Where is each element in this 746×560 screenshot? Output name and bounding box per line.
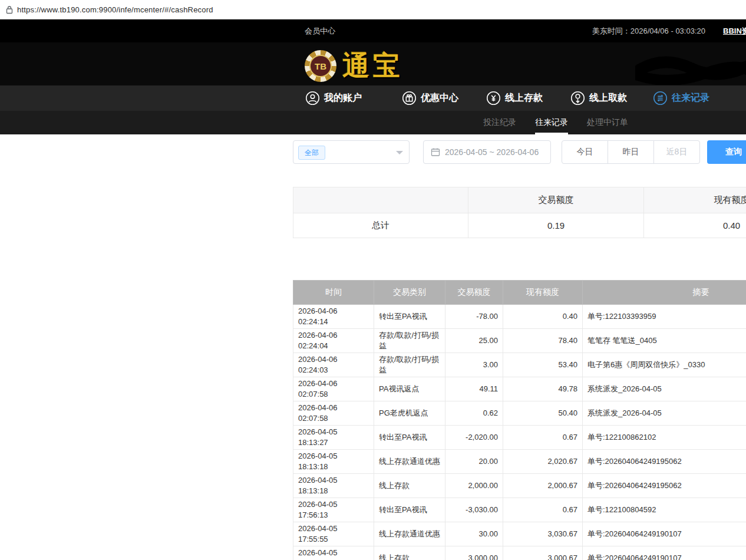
- table-row: 2026-04-06 02:24:03存款/取款/打码/损益3.0053.40电…: [293, 353, 746, 377]
- date-range-input[interactable]: 2026-04-05 ~ 2026-04-06: [423, 140, 551, 164]
- tab-cash-records[interactable]: 往来记录: [535, 111, 568, 134]
- cell-type: 存款/取款/打码/损益: [374, 329, 445, 353]
- cell-amount: 3,000.00: [445, 546, 503, 560]
- cell-balance: 3,000.67: [503, 546, 583, 560]
- cell-time: 2026-04-06 02:07:58: [293, 401, 374, 426]
- cell-time: 2026-04-06 02:07:58: [293, 377, 374, 401]
- summary-header-row: 交易额度 现有额度: [293, 187, 746, 213]
- cell-amount: -3,030.00: [445, 498, 503, 522]
- table-row: 2026-04-05 17:55:55线上存款通道优惠30.003,030.67…: [293, 522, 746, 546]
- today-button[interactable]: 今日: [562, 140, 608, 164]
- header-balance: 现有额度: [503, 281, 583, 305]
- header-type: 交易类别: [374, 281, 445, 305]
- eastern-time-label: 美东时间：2026/04/06 - 03:03:20: [592, 19, 705, 42]
- summary-total-row: 总计 0.19 0.40: [293, 213, 746, 238]
- cell-time: 2026-04-06 02:24:03: [293, 353, 374, 377]
- topbar: 会员中心 美东时间：2026/04/06 - 03:03:20 BBIN资: [0, 19, 746, 42]
- chevron-down-icon: [396, 151, 403, 158]
- cell-time: 2026-04-05 17:56:13: [293, 498, 374, 522]
- cell-summary: 单号:122103393959: [583, 305, 746, 329]
- nav-label: 线上存款: [505, 92, 543, 104]
- nav-item-cash-record[interactable]: 往来记录: [653, 85, 709, 111]
- cell-summary: 单号:202604064249195062: [583, 474, 746, 498]
- filter-row: 全部 2026-04-05 ~ 2026-04-06 今日 昨日 近8日 查询: [293, 140, 746, 164]
- cell-time: 2026-04-05 17:55:55: [293, 546, 374, 560]
- record-icon: [653, 91, 668, 106]
- cell-time: 2026-04-06 02:24:14: [293, 305, 374, 329]
- table-row: 2026-04-06 02:07:58PG老虎机返点0.6250.40系统派发_…: [293, 401, 746, 426]
- redaction-scribble: [635, 54, 746, 85]
- cell-type: 线上存款通道优惠: [374, 522, 445, 546]
- cell-amount: 30.00: [445, 522, 503, 546]
- cell-amount: 3.00: [445, 353, 503, 377]
- cell-type: 转出至PA视讯: [374, 426, 445, 450]
- browser-address-bar[interactable]: https://www.tb190.com:9900/infe/mcenter/…: [0, 0, 746, 19]
- lock-icon: [6, 5, 13, 14]
- nav-label: 我的账户: [324, 92, 362, 104]
- bbin-link[interactable]: BBIN资: [723, 19, 746, 42]
- nav-label: 优惠中心: [421, 92, 458, 104]
- cell-time: 2026-04-05 18:13:27: [293, 426, 374, 450]
- cell-balance: 49.78: [503, 377, 583, 401]
- nav-label: 往来记录: [672, 92, 709, 104]
- cell-amount: 0.62: [445, 401, 503, 426]
- selected-type-tag: 全部: [298, 146, 325, 160]
- cell-type: PA视讯返点: [374, 377, 445, 401]
- brand-logo[interactable]: TB 通宝: [305, 48, 404, 84]
- cell-balance: 2,000.67: [503, 474, 583, 498]
- member-center-link[interactable]: 会员中心: [305, 19, 335, 42]
- cell-summary: 单号:202604064249195062: [583, 450, 746, 474]
- cell-type: 线上存款: [374, 546, 445, 560]
- cell-type: 线上存款: [374, 474, 445, 498]
- cell-summary: 单号:202604064249190107: [583, 522, 746, 546]
- summary-table: 交易额度 现有额度 总计 0.19 0.40: [293, 187, 746, 238]
- date-range-value: 2026-04-05 ~ 2026-04-06: [445, 147, 539, 157]
- nav-item-online-withdrawal[interactable]: 线上取款: [570, 85, 627, 111]
- summary-total-label: 总计: [293, 213, 468, 238]
- last-8-days-button[interactable]: 近8日: [653, 140, 700, 164]
- tab-betting-records[interactable]: 投注纪录: [483, 111, 516, 134]
- table-row: 2026-04-05 18:13:18线上存款通道优惠20.002,020.67…: [293, 450, 746, 474]
- cell-time: 2026-04-06 02:24:04: [293, 329, 374, 353]
- logo-bar: TB 通宝: [0, 42, 746, 85]
- cell-type: 转出至PA视讯: [374, 305, 445, 329]
- quick-range-buttons: 今日 昨日 近8日: [562, 140, 700, 164]
- chip-text: TB: [309, 55, 332, 77]
- header-time: 时间: [293, 281, 374, 305]
- cell-amount: 20.00: [445, 450, 503, 474]
- search-button[interactable]: 查询: [707, 140, 746, 164]
- records-table: 时间 交易类别 交易额度 现有额度 摘要 2026-04-06 02:24:14…: [293, 280, 746, 560]
- cell-amount: -78.00: [445, 305, 503, 329]
- nav-item-promotions[interactable]: 优惠中心: [402, 85, 458, 111]
- records-header-row: 时间 交易类别 交易额度 现有额度 摘要: [293, 281, 746, 305]
- cell-time: 2026-04-05 18:13:18: [293, 450, 374, 474]
- summary-header-empty: [293, 187, 468, 213]
- page: https://www.tb190.com:9900/infe/mcenter/…: [0, 0, 746, 560]
- calendar-icon: [431, 147, 440, 157]
- cell-time: 2026-04-05 18:13:18: [293, 474, 374, 498]
- cell-amount: 2,000.00: [445, 474, 503, 498]
- cell-summary: 系统派发_2026-04-05: [583, 377, 746, 401]
- records-body: 2026-04-06 02:24:14转出至PA视讯-78.000.40单号:1…: [293, 305, 746, 560]
- nav-item-online-deposit[interactable]: 线上存款: [486, 85, 543, 111]
- type-select[interactable]: 全部: [293, 140, 410, 164]
- url-text[interactable]: https://www.tb190.com:9900/infe/mcenter/…: [17, 5, 213, 14]
- deposit-icon: [486, 91, 501, 106]
- cell-balance: 50.40: [503, 401, 583, 426]
- cell-summary: 笔笔存 笔笔送_0405: [583, 329, 746, 353]
- cell-amount: 49.11: [445, 377, 503, 401]
- table-row: 2026-04-05 17:56:13转出至PA视讯-3,030.000.67单…: [293, 498, 746, 522]
- header-summary: 摘要: [583, 281, 746, 305]
- tab-processing-orders[interactable]: 处理中订单: [587, 111, 628, 134]
- cell-balance: 0.67: [503, 498, 583, 522]
- cell-amount: 25.00: [445, 329, 503, 353]
- sub-nav: 投注纪录 往来记录 处理中订单: [0, 111, 746, 134]
- summary-header-amount: 交易额度: [468, 187, 644, 213]
- cell-summary: 单号:122100862102: [583, 426, 746, 450]
- yesterday-button[interactable]: 昨日: [608, 140, 654, 164]
- cell-balance: 0.67: [503, 426, 583, 450]
- nav-item-my-account[interactable]: 我的账户: [305, 85, 362, 111]
- cell-balance: 0.40: [503, 305, 583, 329]
- cell-type: 转出至PA视讯: [374, 498, 445, 522]
- user-icon: [305, 91, 320, 106]
